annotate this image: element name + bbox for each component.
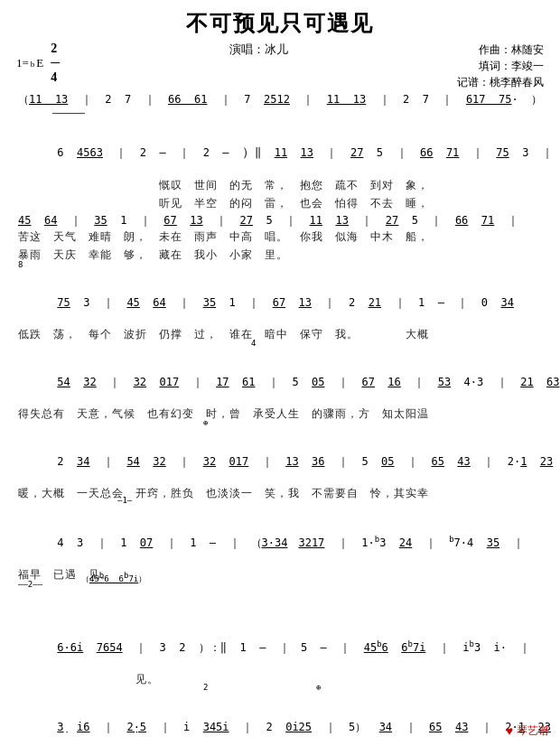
lyrics-5: 得失总有 天意，气候 也有幻变 时，曾 承受人生 的骤雨，方 知太阳温: [18, 406, 542, 422]
lyrics-3b: 暴雨 天庆 幸能 够， 藏在 我小 小家 里。: [18, 247, 542, 263]
meta-right: 作曲：林随安 填词：李竣一 记谱：桃李醉春风: [457, 42, 544, 90]
composer-info: 作曲：林随安: [457, 42, 544, 58]
meta-row: 1=bE 2─4 演唱：冰儿 作曲：林随安 填词：李竣一 记谱：桃李醉春风: [16, 42, 544, 90]
meta-center: 演唱：冰儿: [60, 42, 457, 58]
lyrics-6: 暖，大概 一天总会 开窍，胜负 也淡淡一 笑，我 不需要自 怜，其实幸: [18, 486, 542, 501]
music-line-7: —1— 4 3 ｜ 1 07 ｜ 1 — ｜ （3·34 3217 ｜ 1·b3…: [18, 504, 542, 566]
music-line-6: ⊕ 2 34 ｜ 54 32 ｜ 32 017 ｜ 13 36 ｜ 5 05 ｜…: [18, 424, 542, 485]
music-line-5: 4 54 32 ｜ 32 017 ｜ 17 61 ｜ 5 05 ｜ 67 16 …: [18, 345, 542, 406]
heart-icon: ♥: [506, 724, 513, 739]
lyricist-info: 填词：李竣一: [457, 58, 544, 74]
watermark-text: 琴艺谱: [517, 723, 549, 739]
watermark: ♥ 琴艺谱: [506, 723, 549, 739]
time-signature: 2─4: [51, 42, 60, 85]
page: 不可预见只可遇见 1=bE 2─4 演唱：冰儿 作曲：林随安 填词：李竣一 记谱…: [0, 0, 560, 746]
key-signature: 1=bE: [16, 56, 43, 70]
music-line-1: （11 13 ｜ 2 7 ｜ 66 61 ｜ 7 2512 ｜ 11 13 ｜ …: [18, 92, 542, 107]
music-line-4: 8 75 3 ｜ 45 64 ｜ 35 1 ｜ 67 13 ｜ 2 21 ｜ 1…: [18, 266, 542, 326]
lyrics-2a: 慨叹 世间 的无 常， 抱您 疏不 到对 象，: [18, 178, 542, 193]
lyrics-4: 低跌 荡， 每个 波折 仍撑 过， 谁在 暗中 保守 我。 大概: [18, 327, 542, 342]
lyrics-3a: 苦这 天气 难晴 朗， 未在 雨声 中高 唱。 你我 似海 中木 船，: [18, 229, 542, 245]
music-content: （11 13 ｜ 2 7 ｜ 66 61 ｜ 7 2512 ｜ 11 13 ｜ …: [16, 92, 544, 746]
music-line-9: 2 3̣ i6 ｜ 2̣·5 ｜ i 345i ｜ 2 0i25 ｜ 5） 34…: [18, 689, 542, 746]
music-line-2: —————— 6 4563 ｜ 2 — ｜ 2 — ）‖ 11 13 ｜ 27 …: [18, 114, 542, 177]
music-line-3: 45 64 ｜ 35 1 ｜ 67 13 ｜ 27 5 ｜ 11 13 ｜ 27…: [18, 213, 542, 228]
lyrics-2b: 听见 半空 的闷 雷， 也会 怕得 不去 睡，: [18, 196, 542, 211]
music-line-8: ——2—— （45b6 6b7i） 6·6i 7654 ｜ 3 2 ）：‖ 1 …: [18, 593, 542, 671]
meta-left: 1=bE 2─4: [16, 42, 60, 85]
song-title: 不可预见只可遇见: [16, 9, 544, 38]
lyrics-8: 见。: [18, 672, 542, 687]
notation-info: 记谱：桃李醉春风: [457, 74, 544, 90]
singer-label: 演唱：冰儿: [229, 42, 288, 56]
